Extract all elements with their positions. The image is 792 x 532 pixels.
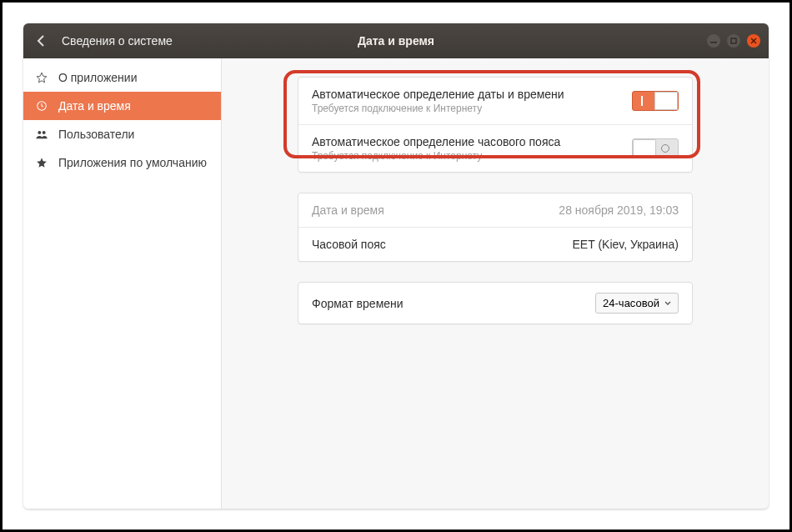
- svg-rect-0: [710, 42, 717, 43]
- timezone-value: EET (Kiev, Украина): [573, 238, 679, 251]
- content-area: Автоматическое определение даты и времен…: [222, 58, 769, 509]
- header-breadcrumb[interactable]: Сведения о системе: [62, 34, 173, 48]
- datetime-value: 28 ноября 2019, 19:03: [559, 203, 679, 217]
- datetime-row: Дата и время 28 ноября 2019, 19:03: [298, 193, 692, 227]
- close-button[interactable]: [747, 34, 760, 48]
- titlebar: Сведения о системе Дата и время: [23, 23, 769, 58]
- info-panel: Дата и время 28 ноября 2019, 19:03 Часов…: [298, 193, 693, 262]
- auto-datetime-toggle[interactable]: [632, 91, 679, 111]
- maximize-button[interactable]: [727, 34, 740, 48]
- time-format-value: 24-часовой: [603, 297, 659, 309]
- auto-datetime-row: Автоматическое определение даты и времен…: [298, 78, 692, 124]
- star-icon: [35, 156, 48, 169]
- maximize-icon: [730, 38, 737, 44]
- screenshot-frame: Сведения о системе Дата и время: [0, 0, 792, 532]
- sidebar-item-label: Дата и время: [58, 99, 131, 113]
- auto-datetime-subtitle: Требуется подключение к Интернету: [312, 103, 564, 114]
- sidebar-item-datetime[interactable]: Дата и время: [23, 92, 221, 120]
- chevron-left-icon: [37, 35, 45, 47]
- window-title: Дата и время: [358, 34, 434, 48]
- auto-timezone-title: Автоматическое определение часового пояс…: [312, 135, 560, 148]
- sidebar-item-default-apps[interactable]: Приложения по умолчанию: [23, 148, 221, 177]
- sidebar: О приложении Дата и время Пользователи: [23, 58, 222, 509]
- chevron-down-icon: [664, 301, 671, 306]
- timezone-label: Часовой пояс: [312, 238, 386, 251]
- users-icon: [35, 128, 48, 141]
- auto-settings-panel: Автоматическое определение даты и времен…: [298, 77, 693, 173]
- datetime-label: Дата и время: [312, 203, 384, 217]
- auto-timezone-row: Автоматическое определение часового пояс…: [298, 124, 692, 172]
- sidebar-item-label: О приложении: [58, 71, 137, 84]
- time-format-label: Формат времени: [312, 297, 404, 310]
- star-outline-icon: [35, 71, 48, 84]
- clock-icon: [35, 99, 48, 113]
- auto-timezone-subtitle: Требуется подключение к Интернету: [312, 150, 560, 162]
- settings-window: Сведения о системе Дата и время: [23, 23, 769, 509]
- sidebar-item-label: Пользователи: [58, 128, 134, 141]
- svg-point-3: [38, 131, 41, 134]
- auto-datetime-title: Автоматическое определение даты и времен…: [312, 88, 564, 101]
- close-icon: [750, 38, 757, 44]
- time-format-row: Формат времени 24-часовой: [298, 283, 692, 324]
- auto-timezone-toggle[interactable]: [632, 138, 679, 158]
- minimize-icon: [710, 38, 717, 44]
- sidebar-item-users[interactable]: Пользователи: [23, 120, 221, 148]
- timezone-row[interactable]: Часовой пояс EET (Kiev, Украина): [298, 227, 692, 261]
- format-panel: Формат времени 24-часовой: [298, 282, 693, 324]
- sidebar-item-label: Приложения по умолчанию: [58, 156, 207, 169]
- time-format-dropdown[interactable]: 24-часовой: [595, 293, 679, 314]
- svg-point-4: [43, 131, 46, 134]
- window-controls: [707, 34, 760, 48]
- svg-rect-1: [731, 38, 736, 43]
- back-button[interactable]: [32, 32, 50, 50]
- sidebar-item-about[interactable]: О приложении: [23, 63, 221, 92]
- minimize-button[interactable]: [707, 34, 720, 48]
